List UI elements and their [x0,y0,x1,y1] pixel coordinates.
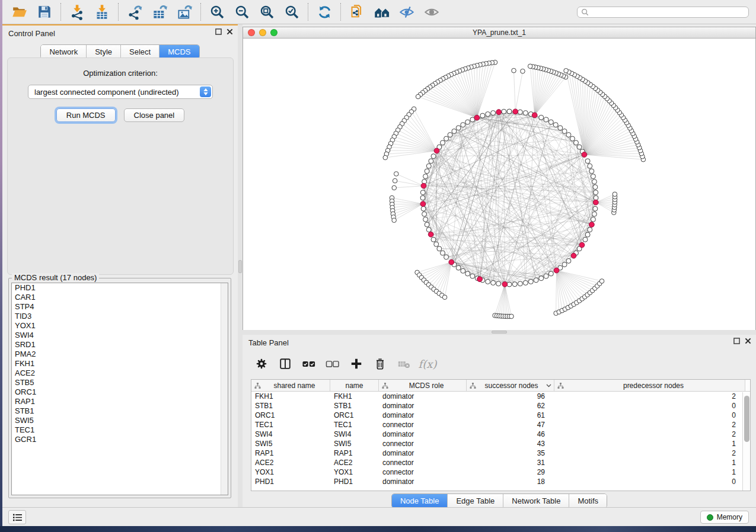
graph-node[interactable] [592,211,596,216]
zoom-selected-button[interactable] [279,2,304,22]
mcds-result-node[interactable]: TID3 [12,312,228,321]
graph-node[interactable] [562,262,567,267]
tab-style[interactable]: Style [87,45,121,59]
function-builder-button[interactable]: f(x) [417,353,438,374]
graph-node[interactable] [577,145,582,149]
graph-node[interactable] [431,154,436,159]
deselect-all-rows-button[interactable] [322,353,343,374]
float-panel-icon[interactable] [215,28,222,35]
graph-node[interactable] [452,129,457,134]
graph-node[interactable] [502,109,506,114]
graph-node[interactable] [456,265,461,270]
graph-node[interactable] [441,251,445,255]
graph-node[interactable] [558,126,563,130]
graph-node[interactable] [393,178,397,183]
graph-node[interactable] [585,159,590,164]
optimization-criterion-select[interactable]: largest connected component (undirected) [28,85,213,99]
memory-button[interactable]: Memory [700,511,749,524]
mcds-result-node[interactable]: STB1 [12,406,228,416]
splitter-grip[interactable] [238,260,242,273]
table-row-FKH1[interactable]: FKH1FKH1dominator962 [251,392,750,401]
vertical-splitter[interactable] [238,24,243,507]
table-row-ORC1[interactable]: ORC1ORC1dominator610 [251,411,750,420]
column-header-successor-nodes[interactable]: successor nodes [467,380,554,391]
graph-node[interactable] [392,218,397,223]
graph-node[interactable] [392,185,397,190]
mcds-result-node[interactable]: YOX1 [12,321,228,331]
graph-node[interactable] [461,123,465,127]
tab-edge-table[interactable]: Edge Table [448,494,503,508]
mcds-result-node[interactable]: RAP1 [12,397,228,406]
graph-node[interactable] [521,69,525,73]
show-all-button[interactable] [419,2,444,22]
column-header-shared-name[interactable]: shared name [251,380,330,391]
network-canvas[interactable] [243,39,755,330]
mcds-result-node[interactable]: ACE2 [12,368,228,378]
graph-node[interactable] [394,172,398,177]
table-row-SWI5[interactable]: SWI5SWI5connector431 [251,439,750,448]
import-table-button[interactable] [90,2,114,22]
import-network-button[interactable] [65,2,90,22]
graph-node[interactable] [426,227,431,232]
table-settings-button[interactable] [251,353,272,374]
graph-node[interactable] [496,281,501,286]
graph-mcds-node[interactable] [474,115,480,120]
graph-node[interactable] [613,192,617,197]
graph-node[interactable] [593,185,598,190]
graph-mcds-node[interactable] [477,277,483,282]
graph-node[interactable] [422,211,427,216]
graph-node[interactable] [448,133,452,137]
graph-mcds-node[interactable] [428,232,433,237]
export-network-button[interactable] [122,2,147,22]
open-session-button[interactable] [7,2,32,22]
graph-mcds-node[interactable] [513,109,518,114]
mcds-result-node[interactable]: GCR1 [12,435,228,444]
mcds-result-node[interactable]: SRD1 [12,340,228,350]
column-header-predecessor-nodes[interactable]: predecessor nodes [554,380,745,391]
graph-node[interactable] [566,258,571,263]
first-neighbors-button[interactable] [369,2,394,22]
horizontal-splitter[interactable] [243,330,756,335]
graph-node[interactable] [599,279,604,284]
table-row-STB1[interactable]: STB1STB1dominator620 [251,401,750,411]
graph-node[interactable] [594,190,598,195]
splitter-grip[interactable] [492,331,507,334]
graph-node[interactable] [562,129,567,134]
graph-node[interactable] [491,280,496,285]
tab-motifs[interactable]: Motifs [569,494,607,508]
graph-node[interactable] [423,217,428,222]
graph-node[interactable] [420,190,425,195]
graph-node[interactable] [429,159,433,164]
graph-node[interactable] [486,279,490,284]
scrollbar-thumb[interactable] [744,396,749,442]
graph-node[interactable] [461,268,465,273]
graph-node[interactable] [566,133,571,137]
graph-node[interactable] [425,222,429,227]
graph-mcds-node[interactable] [593,200,598,205]
graph-node[interactable] [528,279,533,284]
maximize-window-icon[interactable] [270,29,277,36]
graph-mcds-node[interactable] [434,148,439,153]
close-window-icon[interactable] [248,29,255,36]
mcds-result-node[interactable]: STB5 [12,378,228,387]
table-row-RAP1[interactable]: RAP1RAP1dominator352 [251,448,750,458]
graph-node[interactable] [544,117,548,122]
column-layout-button[interactable] [275,353,296,374]
graph-node[interactable] [588,164,592,168]
zoom-out-button[interactable] [229,2,254,22]
graph-node[interactable] [523,111,528,116]
close-panel-icon[interactable] [745,338,751,344]
table-row-TEC1[interactable]: TEC1TEC1connector472 [251,420,750,430]
graph-node[interactable] [423,174,428,179]
save-session-button[interactable] [32,2,57,22]
zoom-fit-button[interactable] [254,2,279,22]
delete-table-button[interactable] [393,353,414,374]
graph-node[interactable] [434,242,439,246]
float-panel-icon[interactable] [733,338,740,344]
graph-mcds-node[interactable] [589,222,594,227]
graph-node[interactable] [441,140,445,145]
graph-node[interactable] [593,206,598,211]
column-header-MCDS-role[interactable]: MCDS role [379,380,467,391]
table-scrollbar[interactable] [742,392,750,491]
export-image-button[interactable] [172,2,197,22]
